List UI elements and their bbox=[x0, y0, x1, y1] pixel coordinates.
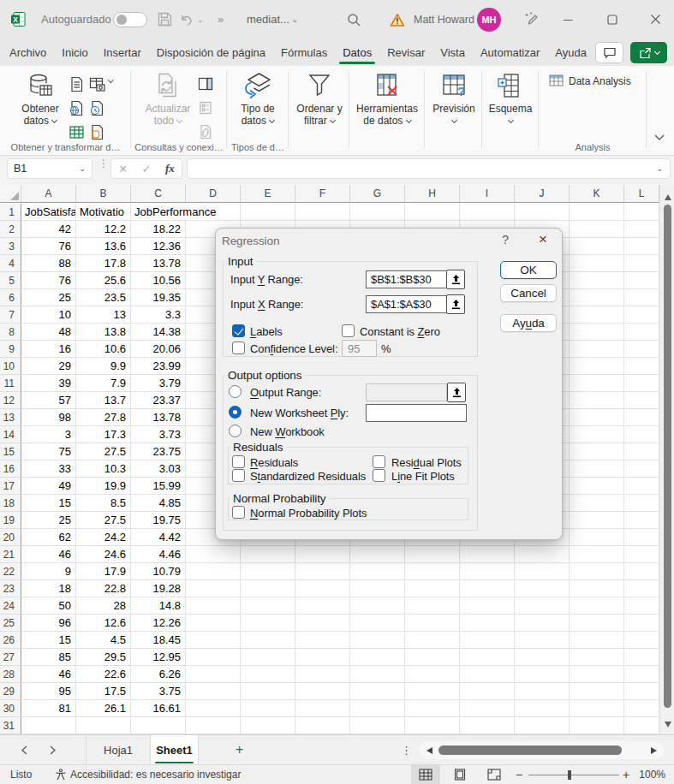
constant-is-zero-checkbox[interactable] bbox=[342, 324, 355, 337]
row-header-23[interactable]: 23 bbox=[0, 580, 21, 597]
horizontal-scrollbar-thumb[interactable] bbox=[438, 745, 622, 755]
column-header-H[interactable]: H bbox=[405, 185, 460, 202]
cell-E22[interactable] bbox=[241, 563, 295, 580]
input-x-range-picker-button[interactable] bbox=[446, 294, 465, 314]
row-header-13[interactable]: 13 bbox=[0, 409, 21, 426]
cell-K9[interactable] bbox=[570, 341, 624, 358]
cell-C13[interactable]: 13.78 bbox=[131, 409, 186, 426]
ribbon-tab-automatizar[interactable]: Automatizar bbox=[480, 39, 540, 66]
cell-K30[interactable] bbox=[570, 700, 624, 717]
insert-function-icon[interactable]: fx bbox=[165, 162, 175, 175]
ribbon-tab-ayuda[interactable]: Ayuda bbox=[554, 39, 588, 66]
cell-K28[interactable] bbox=[570, 666, 624, 683]
row-header-19[interactable]: 19 bbox=[0, 512, 21, 529]
confidence-level-field[interactable]: 95 bbox=[342, 340, 377, 357]
column-header-K[interactable]: K bbox=[570, 185, 624, 202]
cell-C8[interactable]: 14.38 bbox=[131, 324, 186, 341]
cell-I23[interactable] bbox=[460, 580, 515, 597]
scroll-left-arrow[interactable] bbox=[426, 747, 432, 754]
cell-K10[interactable] bbox=[570, 358, 624, 375]
cell-K1[interactable] bbox=[570, 204, 624, 221]
cell-B30[interactable]: 26.1 bbox=[76, 700, 131, 717]
cell-D28[interactable] bbox=[186, 666, 241, 683]
cell-K14[interactable] bbox=[570, 426, 624, 443]
cell-C16[interactable]: 3.03 bbox=[131, 460, 186, 478]
formula-bar-grip[interactable]: ⋮ bbox=[98, 161, 109, 166]
ribbon-tab-revisar[interactable]: Revisar bbox=[386, 39, 426, 66]
standardized-residuals-checkbox[interactable] bbox=[232, 469, 245, 482]
cell-L4[interactable] bbox=[624, 255, 659, 272]
sheet-prev-arrow[interactable] bbox=[21, 735, 28, 764]
share-button[interactable] bbox=[630, 42, 667, 63]
cell-D30[interactable] bbox=[186, 700, 241, 717]
cell-L9[interactable] bbox=[624, 341, 659, 358]
cell-B17[interactable]: 19.9 bbox=[76, 478, 131, 495]
cell-G22[interactable] bbox=[350, 563, 405, 580]
cell-B9[interactable]: 10.6 bbox=[76, 341, 131, 358]
cell-E30[interactable] bbox=[241, 700, 295, 717]
cell-A9[interactable]: 16 bbox=[21, 341, 76, 358]
cell-K7[interactable] bbox=[570, 306, 624, 324]
row-header-14[interactable]: 14 bbox=[0, 426, 21, 443]
cell-A21[interactable]: 46 bbox=[21, 546, 76, 563]
cell-A18[interactable]: 15 bbox=[21, 495, 76, 512]
cell-H30[interactable] bbox=[405, 700, 460, 717]
recent-sources-icon[interactable] bbox=[89, 97, 110, 119]
cell-F24[interactable] bbox=[295, 597, 350, 615]
cell-C28[interactable]: 6.26 bbox=[131, 666, 186, 683]
cell-L2[interactable] bbox=[624, 221, 659, 238]
column-header-B[interactable]: B bbox=[76, 185, 131, 202]
cell-B26[interactable]: 4.5 bbox=[76, 632, 131, 649]
outline-button[interactable]: Esquema bbox=[480, 71, 540, 127]
row-header-17[interactable]: 17 bbox=[0, 478, 21, 495]
cell-I25[interactable] bbox=[460, 615, 515, 632]
cell-C27[interactable]: 12.95 bbox=[131, 649, 186, 666]
cell-B16[interactable]: 10.3 bbox=[76, 460, 131, 478]
cell-J24[interactable] bbox=[515, 597, 570, 615]
cell-I31[interactable] bbox=[460, 717, 515, 734]
cell-A7[interactable]: 10 bbox=[21, 306, 76, 324]
cell-L6[interactable] bbox=[624, 289, 659, 306]
cell-C5[interactable]: 10.56 bbox=[131, 272, 186, 289]
horizontal-scrollbar[interactable] bbox=[420, 741, 664, 759]
output-range-radio[interactable] bbox=[229, 385, 242, 398]
cell-D21[interactable] bbox=[186, 546, 241, 563]
cell-D24[interactable] bbox=[186, 597, 241, 615]
cell-B10[interactable]: 9.9 bbox=[76, 358, 131, 375]
excel-app-icon[interactable]: X bbox=[11, 0, 26, 39]
new-worksheet-ply-radio[interactable] bbox=[229, 406, 242, 419]
cell-E23[interactable] bbox=[241, 580, 295, 597]
cell-C14[interactable]: 3.73 bbox=[131, 426, 186, 443]
cell-G29[interactable] bbox=[350, 683, 405, 700]
cell-K11[interactable] bbox=[570, 375, 624, 392]
cell-E24[interactable] bbox=[241, 597, 295, 615]
cell-A22[interactable]: 9 bbox=[21, 563, 76, 580]
cell-L26[interactable] bbox=[624, 632, 659, 649]
cell-C3[interactable]: 12.36 bbox=[131, 238, 186, 255]
row-header-29[interactable]: 29 bbox=[0, 683, 21, 700]
cell-K12[interactable] bbox=[570, 392, 624, 409]
cell-C19[interactable]: 19.75 bbox=[131, 512, 186, 529]
input-y-range-picker-button[interactable] bbox=[446, 270, 465, 289]
cell-C6[interactable]: 19.35 bbox=[131, 289, 186, 306]
help-button[interactable]: Ayuda bbox=[500, 314, 557, 332]
column-header-F[interactable]: F bbox=[295, 185, 350, 202]
cell-C11[interactable]: 3.79 bbox=[131, 375, 186, 392]
sort-filter-button[interactable]: Ordenar y filtrar bbox=[289, 71, 349, 127]
cell-K15[interactable] bbox=[570, 443, 624, 460]
cell-A2[interactable]: 42 bbox=[21, 221, 76, 238]
cell-C15[interactable]: 23.75 bbox=[131, 443, 186, 460]
row-header-8[interactable]: 8 bbox=[0, 324, 21, 341]
cell-L13[interactable] bbox=[624, 409, 659, 426]
cell-C23[interactable]: 19.28 bbox=[131, 580, 186, 597]
column-header-L[interactable]: L bbox=[624, 185, 659, 202]
cell-D31[interactable] bbox=[186, 717, 241, 734]
window-maximize-button[interactable] bbox=[599, 0, 625, 39]
column-header-A[interactable]: A bbox=[21, 185, 76, 202]
cell-C20[interactable]: 4.42 bbox=[131, 529, 186, 546]
select-all-corner[interactable] bbox=[0, 185, 21, 202]
from-text-csv-icon[interactable] bbox=[69, 73, 89, 95]
cell-D22[interactable] bbox=[186, 563, 241, 580]
sheet-tab-hoja1[interactable]: Hoja1 bbox=[86, 735, 151, 764]
sheet-tab-sheet1[interactable]: Sheet1 bbox=[151, 735, 199, 764]
